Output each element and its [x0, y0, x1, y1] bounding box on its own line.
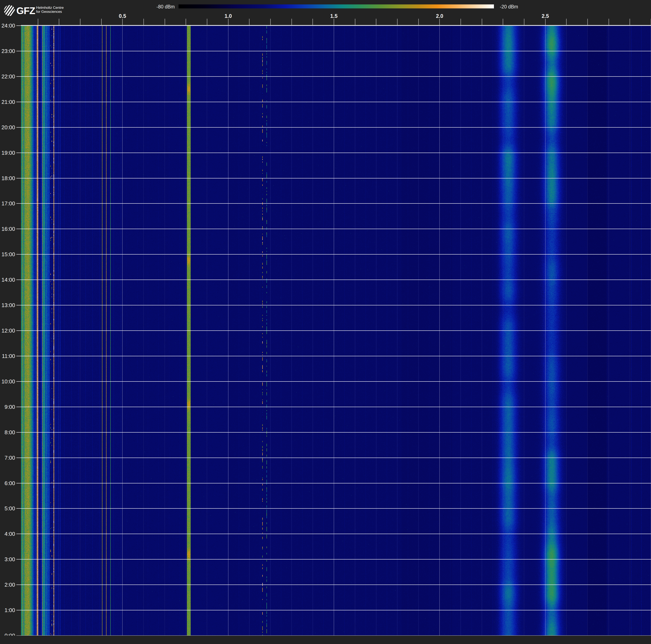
hour-gridline — [17, 25, 651, 26]
x-tick — [439, 19, 440, 25]
time-label: 4:00 — [0, 531, 15, 537]
hour-gridline — [17, 407, 651, 407]
x-tick-label: 1.0 — [220, 13, 237, 19]
time-label: 5:00 — [0, 505, 15, 511]
x-tick — [418, 19, 419, 25]
time-label: 7:00 — [0, 455, 15, 461]
logo-subtitle: Helmholtz Centre for Geosciences — [36, 6, 64, 14]
x-tick — [80, 19, 81, 25]
time-label: 2:00 — [0, 582, 15, 588]
hour-gridline — [17, 280, 651, 280]
logo-subtitle-line2: for Geosciences — [36, 10, 64, 14]
time-label: 13:00 — [0, 302, 15, 308]
hour-gridline — [17, 508, 651, 509]
x-tick — [122, 19, 123, 25]
hour-gridline — [17, 356, 651, 356]
x-tick — [312, 19, 313, 25]
hour-gridline — [17, 102, 651, 102]
time-label: 17:00 — [0, 200, 15, 207]
colorbar — [179, 4, 494, 8]
x-tick — [249, 19, 249, 25]
x-tick — [355, 19, 355, 25]
x-tick — [609, 19, 609, 25]
x-tick — [566, 19, 566, 25]
x-tick — [228, 19, 228, 25]
hour-gridline — [17, 432, 651, 433]
hour-gridline — [17, 381, 651, 382]
hour-gridline — [17, 610, 651, 610]
x-tick-label: 2.0 — [431, 13, 448, 19]
hour-gridline — [17, 178, 651, 178]
hour-gridline — [17, 127, 651, 127]
x-tick-label: 1.5 — [326, 13, 342, 19]
logo-subtitle-line1: Helmholtz Centre — [36, 6, 64, 10]
x-tick — [144, 19, 144, 25]
time-label: 20:00 — [0, 124, 15, 130]
hour-gridline — [17, 483, 651, 484]
hour-gridline — [17, 458, 651, 458]
gfz-logo-icon — [3, 4, 16, 17]
time-label: 23:00 — [0, 48, 15, 54]
hour-gridline — [17, 51, 651, 51]
time-label: 24:00 — [0, 23, 15, 29]
x-tick — [397, 19, 398, 25]
footer-bar: https://doi.org/10.5880/GFZ.1.2.2024.003… — [0, 636, 651, 644]
time-label: 16:00 — [0, 226, 15, 232]
x-tick — [186, 19, 186, 25]
x-tick-label: 2.5 — [537, 13, 554, 19]
x-tick — [503, 19, 503, 25]
time-label: 22:00 — [0, 74, 15, 80]
hour-gridline — [17, 76, 651, 77]
x-tick — [270, 19, 271, 25]
colorbar-min-label: -80 dBm — [134, 4, 175, 10]
x-tick — [524, 19, 524, 25]
colorbar-max-label: -20 dBm — [500, 4, 518, 10]
time-label: 3:00 — [0, 556, 15, 562]
x-tick — [165, 19, 165, 25]
x-tick — [545, 19, 546, 25]
x-tick-label: 0.5 — [114, 13, 131, 19]
x-tick — [587, 19, 588, 25]
hour-gridline — [17, 559, 651, 559]
x-tick — [59, 19, 59, 25]
header-bar: GFZ Helmholtz Centre for Geosciences -80… — [0, 0, 651, 26]
time-label: 11:00 — [0, 353, 15, 359]
x-tick — [376, 19, 376, 25]
x-tick — [207, 19, 207, 25]
x-tick — [334, 19, 334, 25]
x-tick — [291, 19, 292, 25]
hour-gridline — [17, 585, 651, 585]
time-label: 9:00 — [0, 404, 15, 410]
hour-gridline — [17, 203, 651, 204]
time-label: 15:00 — [0, 251, 15, 258]
x-tick — [482, 19, 482, 25]
time-label: 10:00 — [0, 378, 15, 385]
hour-gridline — [17, 330, 651, 331]
time-label: 19:00 — [0, 150, 15, 156]
time-label: 18:00 — [0, 175, 15, 181]
time-label: 21:00 — [0, 99, 15, 105]
time-label: 12:00 — [0, 327, 15, 334]
x-tick — [38, 19, 38, 25]
time-label: 8:00 — [0, 429, 15, 436]
x-tick — [461, 19, 461, 25]
time-label: 1:00 — [0, 607, 15, 613]
x-tick — [101, 19, 102, 25]
logo-acronym: GFZ — [17, 5, 35, 17]
hour-gridline — [17, 305, 651, 305]
hour-gridline — [17, 229, 651, 229]
x-tick — [629, 19, 630, 25]
hour-gridline — [17, 534, 651, 534]
hour-gridline — [17, 254, 651, 255]
time-label: 14:00 — [0, 276, 15, 283]
hour-gridline — [17, 153, 651, 153]
time-label: 6:00 — [0, 480, 15, 486]
